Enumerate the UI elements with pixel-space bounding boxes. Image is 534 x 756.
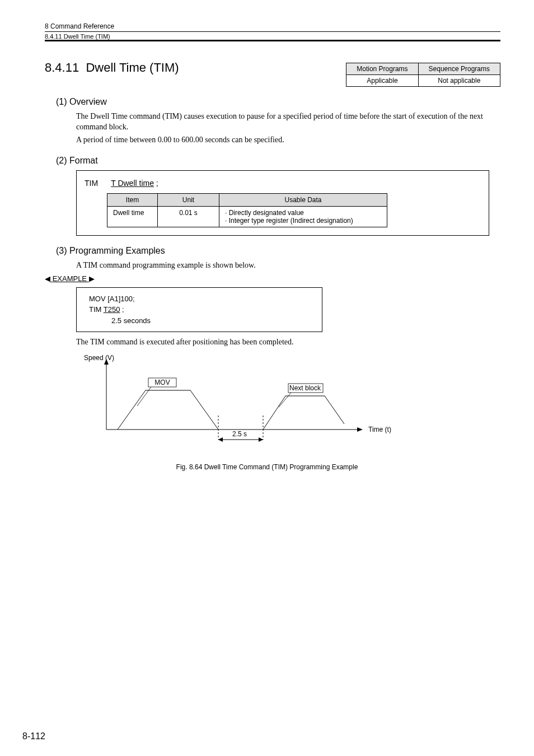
applic-col2-head: Sequence Programs bbox=[418, 63, 500, 75]
ft-r-data2: · Integer type register (Indirect design… bbox=[225, 217, 381, 225]
example-text: EXAMPLE bbox=[53, 274, 87, 283]
svg-line-4 bbox=[118, 390, 146, 430]
format-heading: (2) Format bbox=[56, 156, 500, 166]
diagram-time: Time (t) bbox=[368, 426, 391, 433]
example-label: ◀ EXAMPLE ▶ bbox=[45, 274, 500, 283]
ft-r-unit: 0.01 s bbox=[158, 206, 219, 227]
triangle-right-icon: ▶ bbox=[89, 274, 95, 283]
page-number: 8-112 bbox=[22, 731, 45, 741]
header-subsection: 8.4.11 Dwell Time (TIM) bbox=[45, 31, 500, 41]
examples-heading: (3) Programming Examples bbox=[56, 246, 500, 256]
overview-heading: (1) Overview bbox=[56, 97, 500, 107]
examples-after: The TIM command is executed after positi… bbox=[76, 338, 500, 347]
header-chapter: 8 Command Reference bbox=[45, 22, 500, 30]
code-line3: 2.5 seconds bbox=[111, 315, 313, 326]
format-box: TIM T Dwell time ; Item Unit Usable Data… bbox=[76, 170, 489, 236]
format-cmd: TIM bbox=[85, 179, 98, 188]
ft-h-data: Usable Data bbox=[219, 193, 387, 206]
applic-col1-val: Applicable bbox=[346, 75, 418, 87]
svg-line-9 bbox=[325, 396, 344, 424]
code-line1: MOV [A1]100; bbox=[89, 293, 313, 305]
figure-caption: Fig. 8.64 Dwell Time Command (TIM) Progr… bbox=[34, 463, 500, 471]
ft-r-data: · Directly designated value · Integer ty… bbox=[219, 206, 387, 227]
code-l2a: TIM bbox=[89, 305, 104, 314]
svg-marker-14 bbox=[259, 437, 263, 442]
svg-line-6 bbox=[190, 390, 218, 430]
format-arg: T Dwell time bbox=[111, 179, 154, 188]
code-example: MOV [A1]100; TIM T250 ; 2.5 seconds bbox=[76, 287, 322, 333]
code-l2c: ; bbox=[120, 305, 124, 314]
section-number: 8.4.11 bbox=[45, 60, 79, 74]
ft-r-item: Dwell time bbox=[107, 206, 158, 227]
examples-lead: A TIM command programming example is sho… bbox=[76, 260, 495, 271]
section-name: Dwell Time (TIM) bbox=[86, 60, 179, 74]
svg-line-18 bbox=[279, 393, 291, 407]
format-table: Item Unit Usable Data Dwell time 0.01 s … bbox=[107, 193, 387, 227]
code-l2b: T250 bbox=[104, 305, 120, 314]
ft-r-data1: · Directly designated value bbox=[225, 209, 381, 217]
triangle-left-icon: ◀ bbox=[45, 274, 50, 283]
svg-marker-13 bbox=[218, 437, 223, 442]
diagram-dwell: 2.5 s bbox=[232, 430, 247, 438]
ft-h-item: Item bbox=[107, 193, 158, 206]
diagram-next: Next block bbox=[289, 384, 321, 392]
format-syntax: TIM T Dwell time ; bbox=[85, 179, 481, 188]
ft-h-unit: Unit bbox=[158, 193, 219, 206]
code-line2: TIM T250 ; bbox=[89, 304, 313, 315]
diagram-ylabel: Speed (V) bbox=[84, 354, 114, 362]
svg-marker-3 bbox=[357, 427, 363, 432]
timing-diagram: Speed (V) MOV Next block Time (t) 2.5 s bbox=[84, 351, 500, 452]
diagram-mov: MOV bbox=[154, 379, 170, 386]
svg-line-7 bbox=[263, 396, 285, 430]
applic-col1-head: Motion Programs bbox=[346, 63, 418, 75]
overview-p1: The Dwell Time command (TIM) causes exec… bbox=[76, 111, 495, 133]
applicability-table: Motion Programs Sequence Programs Applic… bbox=[346, 63, 500, 87]
svg-line-17 bbox=[137, 387, 151, 406]
format-semi: ; bbox=[156, 179, 158, 188]
applic-col2-val: Not applicable bbox=[418, 75, 500, 87]
overview-p2: A period of time between 0.00 to 600.00 … bbox=[76, 135, 495, 146]
